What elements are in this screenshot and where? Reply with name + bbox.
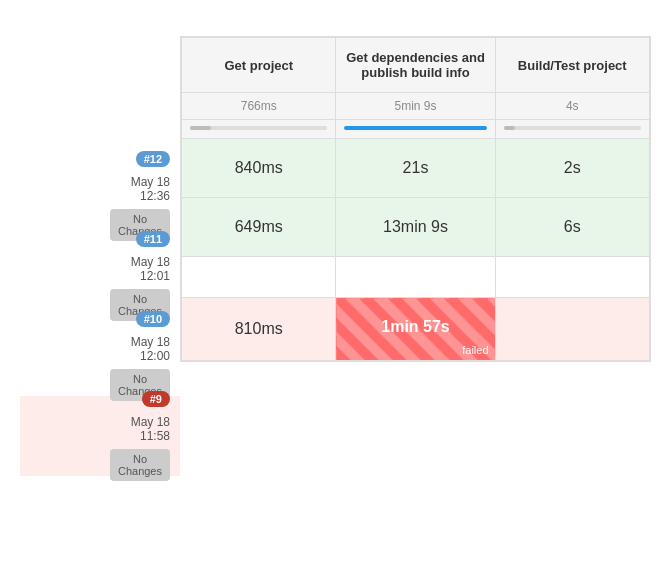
cell-#10-2 — [495, 257, 649, 298]
col-header-build-test: Build/Test project — [495, 38, 649, 93]
left-panel: #12May 1812:36NoChanges#11May 1812:01NoC… — [20, 36, 180, 476]
build-date-#9: May 1811:58 — [131, 415, 170, 443]
build-row-#10 — [182, 257, 650, 298]
build-date-#11: May 1812:01 — [131, 255, 170, 283]
cell-#9-2 — [495, 298, 649, 361]
col-header-get-deps: Get dependencies and publish build info — [336, 38, 495, 93]
stage-view-container: #12May 1812:36NoChanges#11May 1812:01NoC… — [20, 36, 651, 476]
build-date-#12: May 1812:36 — [131, 175, 170, 203]
no-changes-#9[interactable]: NoChanges — [110, 449, 170, 481]
stage-table: Get projectGet dependencies and publish … — [180, 36, 651, 362]
cell-#12-2: 2s — [495, 139, 649, 198]
build-tag-#12[interactable]: #12 — [136, 151, 170, 167]
build-date-#10: May 1812:00 — [131, 335, 170, 363]
build-label-#11: #11May 1812:01NoChanges — [20, 236, 180, 316]
cell-#9-0: 810ms — [182, 298, 336, 361]
cell-#12-1: 21s — [336, 139, 495, 198]
cell-#10-0 — [182, 257, 336, 298]
cell-#12-0: 840ms — [182, 139, 336, 198]
cell-#9-1: 1min 57sfailed — [336, 298, 495, 361]
cell-#10-1 — [336, 257, 495, 298]
col-header-get-project: Get project — [182, 38, 336, 93]
failed-label: failed — [462, 344, 488, 356]
avg-progress-row — [182, 120, 650, 139]
avg-value-1: 5min 9s — [336, 93, 495, 120]
avg-progress-2 — [495, 120, 649, 139]
cell-#11-0: 649ms — [182, 198, 336, 257]
avg-text-row: 766ms5min 9s4s — [182, 93, 650, 120]
build-tag-#11[interactable]: #11 — [136, 231, 170, 247]
build-row-#9: 810ms1min 57sfailed — [182, 298, 650, 361]
cell-#11-2: 6s — [495, 198, 649, 257]
build-label-#9: #9May 1811:58NoChanges — [20, 396, 180, 476]
build-label-#12: #12May 1812:36NoChanges — [20, 156, 180, 236]
avg-value-2: 4s — [495, 93, 649, 120]
build-row-#11: 649ms13min 9s6s — [182, 198, 650, 257]
build-label-#10: #10May 1812:00NoChanges — [20, 316, 180, 396]
avg-label — [20, 36, 180, 156]
build-row-#12: 840ms21s2s — [182, 139, 650, 198]
build-tag-#9[interactable]: #9 — [142, 391, 170, 407]
cell-#11-1: 13min 9s — [336, 198, 495, 257]
table-header-row: Get projectGet dependencies and publish … — [182, 38, 650, 93]
avg-value-0: 766ms — [182, 93, 336, 120]
avg-progress-0 — [182, 120, 336, 139]
avg-progress-1 — [336, 120, 495, 139]
build-tag-#10[interactable]: #10 — [136, 311, 170, 327]
